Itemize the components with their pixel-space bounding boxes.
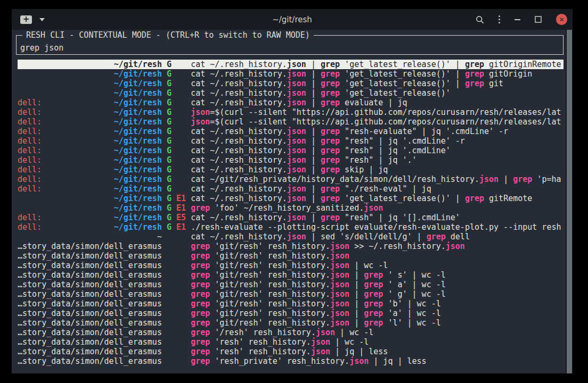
history-row[interactable]: …story_data/simon/dell_erasmus grep 'git… xyxy=(18,270,564,280)
history-row[interactable]: …story_data/simon/dell_erasmus grep 'git… xyxy=(18,261,564,270)
history-row[interactable]: ~/git/resh G E1 cat ~/.resh_history.json… xyxy=(18,194,564,203)
results-list: ~/git/resh G cat ~/.resh_history.json | … xyxy=(18,60,564,366)
history-row[interactable]: ~ cat ~/.resh_history.json | sed 's/dell… xyxy=(18,232,564,242)
history-row[interactable]: dell: ~/git/resh G cat ~/.resh_history.j… xyxy=(18,184,564,194)
restore-button[interactable] xyxy=(535,16,542,23)
scrollbar-track[interactable] xyxy=(566,30,573,373)
history-row[interactable]: …story_data/simon/dell_erasmus grep 'git… xyxy=(18,280,564,289)
titlebar: ~/git/resh ✕ xyxy=(12,9,573,30)
resh-mode-header: RESH CLI - CONTEXTUAL MODE - (CTRL+R to … xyxy=(22,30,314,40)
history-row[interactable]: …story_data/simon/dell_erasmus grep 'git… xyxy=(18,318,564,328)
history-row[interactable]: dell: ~/git/resh G cat ~/git/resh_privat… xyxy=(18,174,564,184)
history-row[interactable]: dell: ~/git/resh G cat ~/.resh_history.j… xyxy=(18,165,564,174)
history-row[interactable]: ~/git/resh G cat ~/.resh_history.json | … xyxy=(18,88,564,98)
history-row[interactable]: …story_data/simon/dell_erasmus grep 'res… xyxy=(18,347,564,356)
history-row[interactable]: …story_data/simon/dell_erasmus grep 'git… xyxy=(18,242,564,251)
terminal-content: RESH CLI - CONTEXTUAL MODE - (CTRL+R to … xyxy=(12,30,573,373)
history-row[interactable]: dell: ~/git/resh G cat ~/.resh_history.j… xyxy=(18,146,564,155)
history-row[interactable]: …story_data/simon/dell_erasmus grep 'git… xyxy=(18,251,564,261)
search-icon[interactable] xyxy=(476,15,484,24)
history-row[interactable]: …story_data/simon/dell_erasmus grep '/re… xyxy=(18,328,564,337)
scrollbar-thumb[interactable] xyxy=(567,30,572,373)
terminal-window: ~/git/resh ✕ RESH CLI - CONTEXTUAL MODE … xyxy=(12,9,573,373)
history-row[interactable]: …story_data/simon/dell_erasmus grep 'res… xyxy=(18,356,564,366)
history-row[interactable]: ~/git/resh G E1 grep 'foo' ~/resh_histor… xyxy=(18,203,564,213)
history-row[interactable]: …story_data/simon/dell_erasmus grep 'git… xyxy=(18,289,564,299)
search-query-input[interactable]: grep json xyxy=(20,43,63,53)
history-row[interactable]: dell: ~/git/resh G json=$(curl --silent … xyxy=(18,107,564,117)
history-row[interactable]: ~/git/resh G cat ~/.resh_history.json | … xyxy=(18,79,564,88)
history-row[interactable]: ~/git/resh G cat ~/.resh_history.json | … xyxy=(18,69,564,79)
history-row[interactable]: dell: ~/git/resh G cat ~/.resh_history.j… xyxy=(18,98,564,107)
history-row[interactable]: …story_data/simon/dell_erasmus grep 'git… xyxy=(18,309,564,318)
history-row[interactable]: dell: ~/git/resh G cat ~/.resh_history.j… xyxy=(18,136,564,146)
history-row[interactable]: …story_data/simon/dell_erasmus grep 'res… xyxy=(18,337,564,347)
history-row[interactable]: …story_data/simon/dell_erasmus grep 'git… xyxy=(18,299,564,309)
minimize-button[interactable] xyxy=(514,19,520,20)
history-row-selected[interactable]: ~/git/resh G cat ~/.resh_history.json | … xyxy=(18,60,564,69)
resh-search-box: RESH CLI - CONTEXTUAL MODE - (CTRL+R to … xyxy=(16,35,564,55)
close-button[interactable]: ✕ xyxy=(556,14,567,25)
history-row[interactable]: dell: ~/git/resh G E5 cat ~/.resh_histor… xyxy=(18,213,564,222)
history-row[interactable]: dell: ~/git/resh G cat ~/.resh_history.j… xyxy=(18,155,564,165)
history-row[interactable]: dell: ~/git/resh G json=$(curl --silent … xyxy=(18,117,564,127)
history-row[interactable]: dell: ~/git/resh G cat ~/.resh_history.j… xyxy=(18,127,564,136)
history-row[interactable]: dell: ~/git/resh G E1 ./resh-evaluate --… xyxy=(18,222,564,232)
menu-icon[interactable] xyxy=(499,15,500,23)
